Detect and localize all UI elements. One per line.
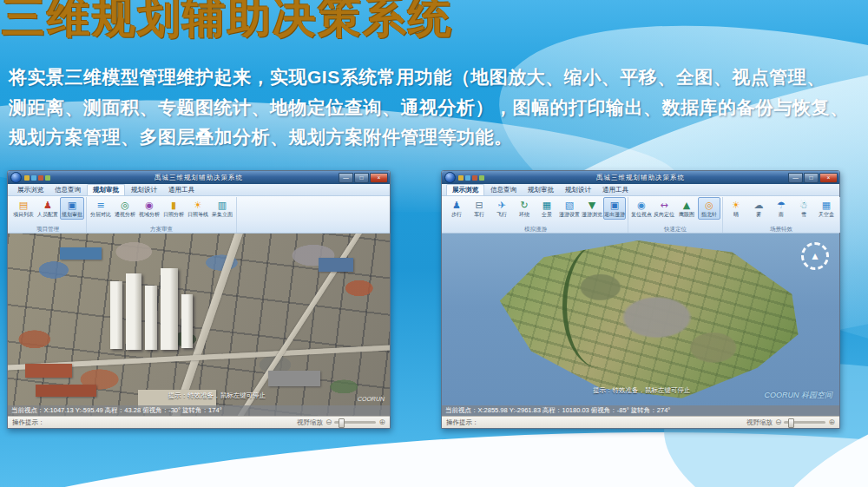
slide-background: 三维规划辅助决策系统 将实景三维模型管理维护起来，实现GIS系统常用功能（地图放…	[0, 0, 868, 487]
tab-plan-approval[interactable]: 规划审批	[87, 184, 125, 195]
tab-common-tools[interactable]: 通用工具	[163, 185, 200, 195]
weather-sunny-icon: ☀	[732, 200, 740, 211]
tab-plan-design[interactable]: 规划设计	[560, 185, 596, 195]
btn-staff-config[interactable]: ♟ 人员配置	[36, 197, 60, 220]
map-building	[161, 268, 178, 350]
btn-facade-capture[interactable]: ▥ 采集立面	[210, 197, 234, 220]
btn-eagle-eye[interactable]: ▲ 鹰眼图	[675, 197, 698, 220]
orbit-icon: ↻	[520, 200, 528, 211]
tab-plan-approval[interactable]: 规划审批	[523, 185, 559, 195]
map-block	[36, 385, 96, 397]
tab-common-tools[interactable]: 通用工具	[597, 185, 634, 195]
window-titlebar: 禹城三维规划辅助决策系统 — □ ×	[442, 171, 839, 184]
btn-exit-roam[interactable]: ▣ 退出漫游	[603, 197, 626, 220]
body-line: 规划方案管理、多图层叠加分析、规划方案附件管理等功能。	[9, 122, 864, 153]
tab-info-query[interactable]: 信息查询	[485, 185, 522, 195]
btn-sunlight-contour[interactable]: ☀ 日照等线	[186, 197, 210, 220]
river-shape	[562, 244, 636, 368]
btn-fly[interactable]: ✈ 飞行	[490, 197, 513, 220]
button-label: 日照分析	[163, 211, 184, 219]
sunlight-contour-icon: ☀	[194, 200, 202, 211]
tab-plan-design[interactable]: 规划设计	[126, 185, 162, 195]
btn-weather-fog[interactable]: ☁ 雾	[747, 197, 770, 220]
viewshed-icon: ◉	[145, 200, 154, 211]
minimize-button[interactable]: —	[788, 173, 803, 183]
compass-arrow: ▲	[810, 251, 820, 261]
quick-access-icon[interactable]	[479, 175, 484, 181]
ribbon-group-roaming: ♟ 步行 ⊟ 车行 ✈ 飞行 ↻ 环绕	[444, 197, 628, 233]
close-button[interactable]: ×	[370, 173, 388, 183]
zoom-label: 视野缩放	[746, 418, 773, 427]
btn-reset-view[interactable]: ◉ 复位视点	[630, 197, 653, 220]
map-building	[145, 286, 157, 350]
btn-sightline-analysis[interactable]: ◎ 通视分析	[113, 197, 137, 220]
btn-skybox[interactable]: ▦ 天空盒	[815, 197, 838, 220]
quick-access-icon[interactable]	[45, 175, 50, 181]
button-label: 指北针	[701, 211, 717, 219]
page-title: 三维规划辅助决策系统	[2, 0, 453, 47]
ribbon-toolbar: ▤ 项目列表 ♟ 人员配置 ▣ 规划审批 项目管理	[8, 196, 390, 234]
btn-weather-sunny[interactable]: ☀ 晴	[725, 197, 747, 220]
btn-weather-snow[interactable]: ☃ 雪	[792, 197, 815, 220]
btn-roam-settings[interactable]: ▧ 漫游设置	[558, 197, 581, 220]
zoom-slider[interactable]	[334, 421, 376, 424]
tab-info-query[interactable]: 信息查询	[49, 185, 86, 195]
quick-access-icon[interactable]	[38, 175, 43, 181]
btn-panorama[interactable]: ▦ 全景	[536, 197, 558, 220]
window-title: 禹城三维规划辅助决策系统	[8, 174, 390, 182]
app-menu-button[interactable]	[444, 172, 456, 183]
quick-access-icon[interactable]	[31, 175, 36, 181]
panorama-icon: ▦	[542, 200, 551, 211]
quick-access-icon[interactable]	[458, 175, 464, 181]
map-viewport-satellite[interactable]: ▲ 提示：特效准备，鼠标左键可停止 COORUN 科园空间 当前视点：X:285…	[442, 234, 839, 416]
maximize-button[interactable]: □	[354, 173, 369, 183]
btn-roam-browse[interactable]: ▼ 漫游浏览	[581, 197, 603, 220]
btn-sunlight-analysis[interactable]: ▮ 日照分析	[161, 197, 186, 220]
maximize-button[interactable]: □	[804, 173, 819, 183]
button-label: 视域分析	[139, 211, 160, 219]
app-menu-button[interactable]	[10, 172, 22, 183]
btn-drive[interactable]: ⊟ 车行	[468, 197, 490, 220]
button-label: 漫游浏览	[582, 211, 602, 219]
zoom-in-icon[interactable]: ⊕	[378, 418, 385, 426]
btn-reverse-locate[interactable]: ↔ 反向定位	[653, 197, 675, 220]
btn-viewshed-analysis[interactable]: ◉ 视域分析	[137, 197, 161, 220]
btn-orbit[interactable]: ↻ 环绕	[513, 197, 536, 220]
zoom-slider[interactable]	[784, 421, 825, 424]
zoom-in-icon[interactable]: ⊕	[828, 418, 835, 426]
quick-access-toolbar[interactable]	[24, 175, 50, 181]
btn-walk[interactable]: ♟ 步行	[445, 197, 468, 220]
tab-display-browse[interactable]: 展示浏览	[446, 184, 484, 195]
button-label: 人员配置	[37, 211, 58, 219]
ribbon-tabs: 展示浏览 信息查询 规划审批 规划设计 通用工具	[8, 184, 390, 196]
button-label: 雾	[756, 211, 761, 219]
btn-plan-approval[interactable]: ▣ 规划审批	[60, 197, 84, 220]
zoom-out-icon[interactable]: ⊖	[326, 418, 332, 426]
map-block	[60, 247, 102, 260]
btn-project-list[interactable]: ▤ 项目列表	[11, 197, 36, 220]
btn-layer-compare[interactable]: ≡ 分层对比	[89, 197, 113, 220]
button-label: 雪	[801, 211, 806, 219]
quick-access-icon[interactable]	[24, 175, 30, 181]
button-label: 漫游设置	[559, 211, 580, 219]
gis-window-left: 禹城三维规划辅助决策系统 — □ × 展示浏览 信息查询 规划审批 规划设计 通…	[7, 170, 391, 429]
zoom-slider-knob[interactable]	[339, 418, 345, 428]
sunlight-analysis-icon: ▮	[171, 200, 176, 211]
quick-access-icon[interactable]	[465, 175, 470, 181]
staff-config-icon: ♟	[43, 200, 52, 211]
tab-display-browse[interactable]: 展示浏览	[12, 185, 49, 195]
zoom-slider-knob[interactable]	[788, 418, 794, 428]
button-label: 步行	[451, 211, 462, 219]
zoom-out-icon[interactable]: ⊖	[775, 418, 782, 426]
btn-north-arrow[interactable]: ◎ 指北针	[698, 197, 720, 220]
quick-access-toolbar[interactable]	[458, 175, 484, 181]
compass-icon[interactable]: ▲	[801, 242, 829, 270]
minimize-button[interactable]: —	[339, 173, 353, 183]
close-button[interactable]: ×	[819, 173, 838, 183]
map-block	[319, 258, 353, 272]
btn-weather-rain[interactable]: ☂ 雨	[770, 197, 792, 220]
quick-access-icon[interactable]	[472, 175, 477, 181]
map-viewport-3d-city[interactable]: 提示：特效准备，鼠标左键可停止 COORUN 当前视点：X:1047.13 Y:…	[8, 234, 390, 416]
drive-icon: ⊟	[475, 200, 483, 211]
view-zoom-control: 视野缩放 ⊖ ⊕	[746, 418, 835, 427]
